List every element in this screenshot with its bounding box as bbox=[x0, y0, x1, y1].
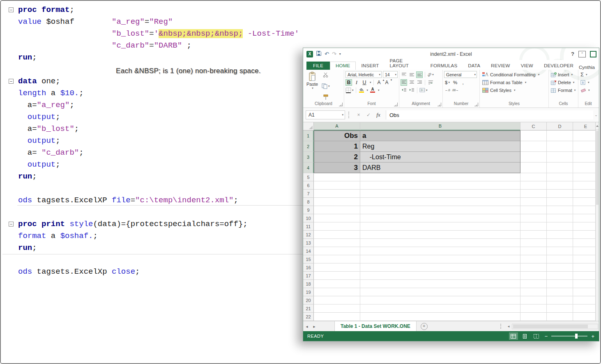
cancel-button[interactable]: × bbox=[354, 110, 364, 119]
collapse-toggle-icon[interactable]: − bbox=[9, 79, 14, 84]
percent-style-button[interactable]: % bbox=[452, 79, 458, 86]
increase-decimal-button[interactable]: ←.0 bbox=[444, 87, 451, 94]
enter-button[interactable]: ✓ bbox=[364, 110, 373, 119]
row-header-10[interactable]: 10 bbox=[303, 214, 314, 222]
sheet-tab[interactable]: Table 1 - Data Set WORK.ONE bbox=[334, 321, 417, 331]
row-header-21[interactable]: 21 bbox=[303, 304, 314, 313]
row-header-6[interactable]: 6 bbox=[303, 181, 314, 190]
clear-button[interactable]: ▾ bbox=[580, 86, 597, 94]
ribbon-tab-view[interactable]: VIEW bbox=[516, 62, 539, 70]
code-line[interactable]: "b_lost"='&nbsp;&nbsp;&nbsp; -Lost-Time' bbox=[18, 28, 600, 40]
redo-icon[interactable]: ↷ bbox=[332, 51, 336, 57]
align-right-button[interactable] bbox=[416, 79, 423, 86]
code-line[interactable]: −proc format; bbox=[18, 4, 600, 16]
ribbon-tab-page-layout[interactable]: PAGE LAYOUT bbox=[385, 57, 425, 70]
zoom-slider[interactable] bbox=[551, 336, 587, 337]
help-icon[interactable]: ? bbox=[571, 51, 574, 57]
fill-color-button[interactable] bbox=[358, 87, 365, 94]
insert-cells-button[interactable]: Insert▾ bbox=[551, 71, 577, 78]
row-header-12[interactable]: 12 bbox=[303, 231, 314, 239]
comma-style-button[interactable]: , bbox=[460, 79, 466, 86]
dialog-launcher-icon[interactable] bbox=[339, 103, 343, 106]
row-header-15[interactable]: 15 bbox=[303, 255, 314, 263]
collapse-toggle-icon[interactable]: − bbox=[9, 7, 14, 12]
zoom-slider-handle[interactable] bbox=[575, 334, 578, 339]
row-header-16[interactable]: 16 bbox=[303, 263, 314, 272]
formula-bar-expand-icon[interactable]: ⌄ bbox=[593, 113, 599, 117]
orientation-button[interactable]: ab▾ bbox=[427, 71, 434, 78]
formula-input[interactable]: Obs bbox=[386, 110, 593, 119]
row-header-3[interactable]: 3 bbox=[303, 152, 314, 163]
normal-view-button[interactable] bbox=[509, 332, 518, 340]
cell-B2[interactable]: Reg bbox=[360, 141, 520, 152]
copy-button[interactable]: ▾ bbox=[322, 83, 330, 89]
font-color-button[interactable]: A bbox=[369, 87, 376, 94]
borders-button[interactable]: ▾ bbox=[345, 87, 354, 94]
row-header-20[interactable]: 20 bbox=[303, 296, 314, 304]
cell-A1[interactable]: Obs bbox=[314, 130, 360, 141]
ribbon-tab-formulas[interactable]: FORMULAS bbox=[425, 62, 463, 70]
cell-styles-button[interactable]: Cell Styles▾ bbox=[482, 86, 547, 94]
fill-button[interactable]: ▾ bbox=[580, 78, 597, 86]
bottom-align-button[interactable] bbox=[416, 71, 423, 78]
name-box[interactable]: A1▾ bbox=[306, 110, 345, 119]
tab-splitter-handle[interactable] bbox=[500, 324, 503, 329]
autosum-button[interactable]: Σ▾ bbox=[580, 71, 597, 78]
row-header-1[interactable]: 1 bbox=[303, 130, 314, 141]
row-header-18[interactable]: 18 bbox=[303, 280, 314, 288]
delete-cells-button[interactable]: Delete▾ bbox=[551, 78, 577, 86]
formula-bar-handle[interactable] bbox=[348, 112, 350, 118]
ribbon-tab-file[interactable]: FILE bbox=[306, 62, 330, 70]
column-header-E[interactable]: E bbox=[573, 122, 599, 130]
chevron-down-icon[interactable]: ▾ bbox=[370, 81, 371, 84]
dialog-launcher-icon[interactable] bbox=[394, 103, 398, 106]
row-header-4[interactable]: 4 bbox=[303, 163, 314, 173]
ribbon-tab-home[interactable]: HOME bbox=[330, 62, 356, 70]
ribbon-display-options-icon[interactable]: ⌃ bbox=[578, 51, 586, 57]
excel-title-bar[interactable]: X ↶ ↷ ▾ indent2.xml - Excel ? ⌃ bbox=[303, 48, 599, 60]
middle-align-button[interactable] bbox=[408, 71, 415, 78]
font-name-combo[interactable]: Arial, Helvetic▾ bbox=[345, 71, 382, 78]
zoom-in-icon[interactable]: + bbox=[590, 333, 596, 339]
cell-A2[interactable]: 1 bbox=[314, 141, 360, 152]
sheet-nav-left-icon[interactable]: ◂ bbox=[303, 321, 311, 331]
account-icon[interactable] bbox=[590, 51, 596, 57]
page-layout-view-button[interactable] bbox=[520, 332, 530, 340]
column-header-B[interactable]: B bbox=[360, 122, 520, 130]
chevron-down-icon[interactable]: ▾ bbox=[367, 89, 368, 92]
row-header-2[interactable]: 2 bbox=[303, 141, 314, 152]
cell-B3[interactable]: -Lost-Time bbox=[360, 152, 520, 163]
row-header-14[interactable]: 14 bbox=[303, 247, 314, 255]
insert-function-button[interactable]: fx bbox=[373, 110, 383, 119]
row-header-7[interactable]: 7 bbox=[303, 190, 314, 198]
collapse-toggle-icon[interactable]: − bbox=[9, 222, 14, 227]
format-painter-button[interactable] bbox=[322, 94, 330, 101]
row-header-5[interactable]: 5 bbox=[303, 173, 314, 181]
cell-A4[interactable]: 3 bbox=[314, 163, 360, 173]
customize-qat-chevron-icon[interactable]: ▾ bbox=[339, 52, 341, 56]
cell-A3[interactable]: 2 bbox=[314, 152, 360, 163]
new-sheet-button[interactable]: + bbox=[421, 323, 428, 330]
increase-indent-button[interactable] bbox=[408, 87, 415, 94]
worksheet-grid[interactable]: ABCDE12345678910111213141516171819202122… bbox=[303, 122, 599, 321]
save-icon[interactable] bbox=[316, 50, 322, 58]
ribbon-tab-insert[interactable]: INSERT bbox=[356, 62, 384, 70]
shrink-font-button[interactable]: A▼ bbox=[384, 79, 390, 86]
top-align-button[interactable] bbox=[401, 71, 407, 78]
conditional-formatting-button[interactable]: Conditional Formatting▾ bbox=[482, 71, 547, 78]
italic-button[interactable]: I bbox=[353, 79, 360, 86]
underline-button[interactable]: U bbox=[361, 79, 368, 86]
horizontal-scrollbar[interactable] bbox=[512, 324, 598, 329]
align-center-button[interactable] bbox=[408, 79, 415, 86]
column-header-C[interactable]: C bbox=[520, 122, 547, 130]
undo-icon[interactable]: ↶ bbox=[325, 51, 329, 57]
select-all-corner[interactable] bbox=[303, 122, 314, 130]
grow-font-button[interactable]: A▲ bbox=[376, 79, 382, 86]
number-format-combo[interactable]: General▾ bbox=[444, 71, 477, 78]
ribbon-tab-developer[interactable]: DEVELOPER bbox=[539, 62, 579, 70]
merge-center-button[interactable]: ▾ bbox=[419, 87, 428, 94]
row-header-13[interactable]: 13 bbox=[303, 239, 314, 247]
horizontal-scroll-thumb[interactable] bbox=[513, 325, 588, 328]
row-header-8[interactable]: 8 bbox=[303, 198, 314, 206]
signed-in-user[interactable]: Cynthia bbox=[579, 65, 599, 70]
